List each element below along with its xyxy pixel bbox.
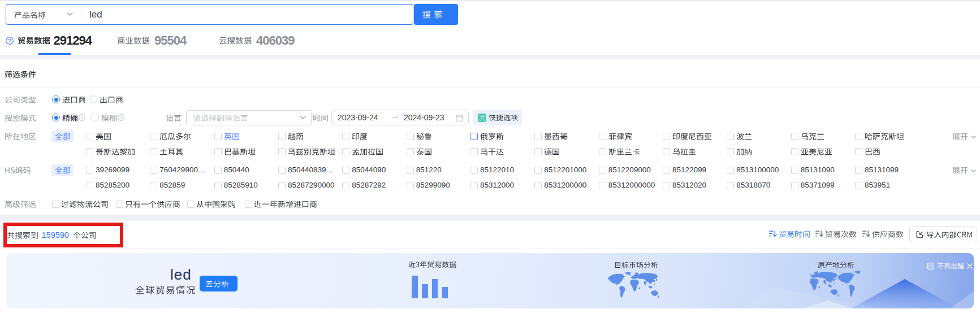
svg-text:?: ? — [8, 37, 11, 43]
